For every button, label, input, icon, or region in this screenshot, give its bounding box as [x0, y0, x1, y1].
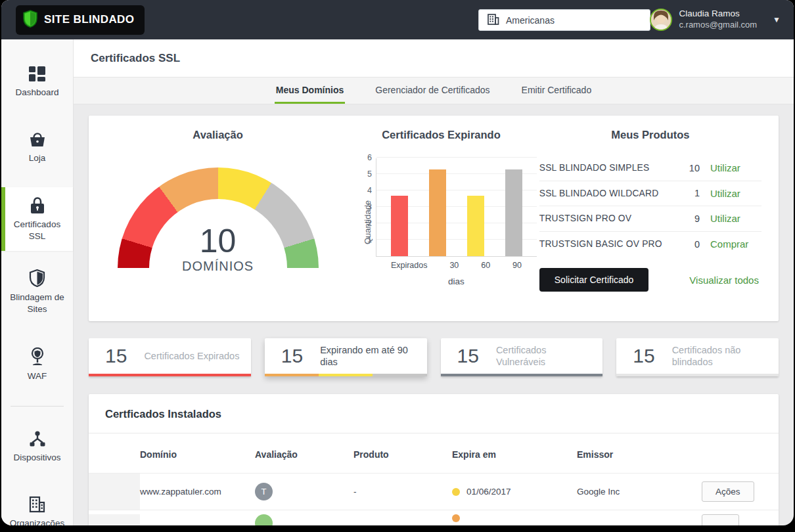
y-tick-label: 4: [367, 186, 372, 195]
card-expirando-90-dias[interactable]: 15 Expirando em até 90 dias: [265, 338, 427, 376]
app-window: SITE BLINDADO Americanas: [1, 0, 794, 525]
rating-badge: T: [255, 483, 273, 500]
tab-emitir-certificado[interactable]: Emitir Certificado: [520, 78, 593, 104]
card-certificados-vulneraveis[interactable]: 15 Certificados Vulneráveis: [441, 338, 603, 376]
actions-button[interactable]: [702, 514, 739, 525]
cell-domain: www.zappatuler.com: [140, 487, 255, 497]
x-tick-label: Expirados: [391, 261, 428, 270]
solicitar-certificado-button[interactable]: Solicitar Certificado: [539, 268, 649, 292]
organization-value: Americanas: [506, 15, 555, 26]
tab-meus-dominios[interactable]: Meus Domínios: [275, 78, 345, 104]
table-row-partial[interactable]: [89, 510, 779, 525]
cell-product: -: [353, 487, 452, 497]
gridline: [376, 157, 537, 158]
x-axis-categories: Expirados306090: [376, 257, 537, 270]
y-tick-label: 2: [367, 219, 372, 228]
product-action-link[interactable]: Utilizar: [710, 213, 761, 224]
overview-panel: Avaliação 10 DOMÍNIOS: [89, 116, 779, 321]
topbar: SITE BLINDADO Americanas: [1, 0, 794, 39]
cell-expires: 01/06/2017: [466, 487, 511, 497]
sidebar-item-organizacoes[interactable]: Organizações: [1, 487, 73, 525]
sidebar-item-blindagem-de-sites[interactable]: Blindagem de Sites: [1, 260, 73, 324]
col-avaliacao: Avaliação: [255, 449, 353, 460]
col-produto: Produto: [353, 449, 452, 460]
x-tick-label: 90: [512, 261, 522, 270]
sidebar-item-dashboard[interactable]: Dashboard: [1, 56, 73, 108]
stat-cards: 15 Certificados Expirados 15 Expirando e…: [89, 338, 779, 376]
bar-Expirados: [391, 196, 408, 257]
product-row: TRUSTSIGN BASIC OV PRO 0 Comprar: [539, 232, 761, 257]
bar-60: [467, 196, 484, 257]
shield-logo-icon: [22, 10, 38, 30]
card-accent-bar: [89, 374, 251, 376]
tab-bar: Meus Domínios Gerenciador de Certificado…: [74, 78, 794, 104]
card-accent-bar: [616, 374, 779, 376]
sidebar: Dashboard Loja: [1, 39, 74, 525]
y-axis-ticks: 123456: [360, 158, 373, 257]
tab-gerenciador-de-certificados[interactable]: Gerenciador de Certificados: [374, 78, 491, 104]
col-dominio: Domínio: [140, 449, 255, 460]
row-stripe: [89, 514, 140, 525]
product-action-link[interactable]: Utilizar: [710, 162, 761, 173]
y-tick-label: 3: [367, 202, 372, 211]
bar-chart-title: Certificados Expirando: [343, 129, 539, 141]
card-certificados-nao-blindados[interactable]: 15 Certificados não blindados: [616, 338, 779, 376]
y-tick-label: 6: [367, 153, 372, 162]
card-accent-bar: [265, 374, 427, 376]
content: Avaliação 10 DOMÍNIOS: [74, 104, 794, 525]
building-icon: [487, 13, 499, 28]
product-action-link[interactable]: Utilizar: [710, 188, 761, 199]
y-tick-label: 5: [367, 169, 372, 179]
product-action-link[interactable]: Comprar: [710, 238, 761, 250]
gauge-label: DOMÍNIOS: [118, 259, 319, 274]
rating-badge: [255, 514, 273, 525]
sidebar-item-dispositivos[interactable]: Dispositivos: [1, 421, 73, 473]
page-title: Certificados SSL: [91, 52, 180, 65]
certificados-expirando-section: Certificados Expirando Quantidade 123456…: [343, 129, 539, 321]
avatar: [650, 9, 672, 31]
col-expira-em: Expira em: [452, 449, 577, 460]
user-email: c.ramos@gmail.com: [679, 20, 757, 30]
sidebar-item-loja[interactable]: Loja: [1, 122, 73, 173]
products-title: Meus Produtos: [539, 129, 761, 141]
product-row: SSL BLINDADO WILDCARD 1 Utilizar: [539, 181, 761, 207]
product-row: SSL BLINDADO SIMPLES 10 Utilizar: [539, 156, 761, 181]
y-tick-label: 1: [367, 235, 372, 244]
main-area: Certificados SSL Meus Domínios Gerenciad…: [74, 39, 794, 525]
cell-issuer: Google Inc: [577, 487, 702, 497]
x-axis-label: dias: [376, 277, 537, 286]
sidebar-divider: [11, 406, 64, 407]
lock-icon: [30, 196, 45, 214]
sidebar-item-certificados-ssl[interactable]: Certificados SSL: [1, 187, 73, 251]
bar-30: [429, 169, 446, 257]
row-stripe: [89, 474, 140, 510]
visualizar-todos-link[interactable]: Visualizar todos: [689, 275, 759, 286]
organization-selector[interactable]: Americanas: [478, 9, 650, 31]
col-emissor: Emissor: [577, 449, 702, 460]
bar-chart-plot: [376, 158, 537, 257]
gauge-title: Avaliação: [93, 129, 343, 141]
card-accent-bar: [441, 374, 603, 376]
store-icon: [28, 131, 47, 148]
table-title: Certficados Instalados: [89, 394, 779, 433]
table-row[interactable]: www.zappatuler.com T - 01/06/2017 Google…: [89, 473, 779, 510]
x-tick-label: 60: [481, 261, 490, 270]
card-certificados-expirados[interactable]: 15 Certificados Expirados: [89, 338, 251, 376]
gauge-value: 10: [118, 225, 319, 257]
bar-90: [505, 169, 522, 257]
site-blindado-logo[interactable]: SITE BLINDADO: [16, 5, 145, 35]
chevron-down-icon[interactable]: ▼: [773, 15, 781, 24]
actions-button[interactable]: Ações: [702, 481, 754, 502]
certificados-instalados-panel: Certficados Instalados Domínio Avaliação…: [89, 394, 779, 525]
waf-icon: [29, 347, 46, 366]
meus-produtos-section: Meus Produtos SSL BLINDADO SIMPLES 10 Ut…: [539, 129, 769, 321]
sidebar-item-waf[interactable]: WAF: [1, 338, 73, 391]
devices-icon: [28, 430, 47, 447]
user-menu[interactable]: Claudia Ramos c.ramos@gmail.com ▼: [650, 0, 781, 39]
avaliacao-section: Avaliação 10 DOMÍNIOS: [93, 129, 343, 321]
expiry-status-dot: [452, 488, 460, 496]
organizations-icon: [28, 496, 46, 513]
shield-icon: [29, 269, 45, 287]
page-header: Certificados SSL: [74, 39, 794, 78]
logo-text: SITE BLINDADO: [44, 13, 134, 26]
